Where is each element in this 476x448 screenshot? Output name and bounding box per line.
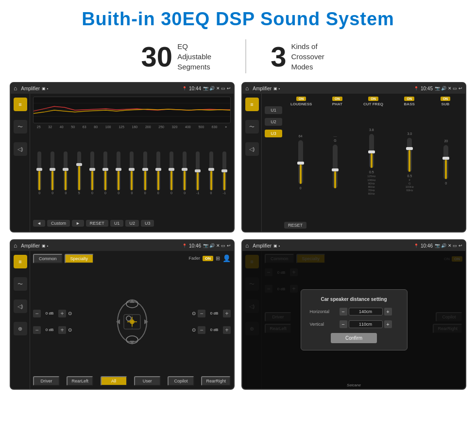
eq-side-btn-2[interactable]: ≡	[245, 98, 259, 111]
db-minus-fl[interactable]: −	[33, 310, 41, 317]
eq-reset-btn[interactable]: RESET	[86, 220, 108, 227]
rearright-btn[interactable]: RearRight	[201, 376, 231, 386]
eq-next-btn[interactable]: ►	[72, 220, 84, 227]
slider-7[interactable]: 0	[117, 151, 120, 195]
db-plus-fr[interactable]: +	[223, 310, 231, 317]
vertical-value[interactable]: 110cm	[349, 320, 383, 328]
db-minus-rl[interactable]: −	[33, 326, 41, 334]
slider-10[interactable]: 0	[156, 151, 160, 195]
slider-2[interactable]: 0	[51, 151, 54, 195]
page-title: Buith-in 30EQ DSP Sound System	[0, 0, 476, 34]
bt-side-btn-3[interactable]: ⊕	[14, 322, 27, 335]
screen2-title: Amplifier	[253, 86, 272, 91]
db-plus-rl[interactable]: +	[58, 326, 66, 334]
crossover-reset-btn[interactable]: RESET	[284, 222, 306, 229]
common-tab[interactable]: Common	[33, 254, 63, 264]
driver-btn[interactable]: Driver	[33, 376, 60, 386]
vertical-row: Vertical − 110cm +	[310, 320, 398, 328]
distance-dialog: Car speaker distance setting Horizontal …	[301, 289, 408, 350]
screens-grid: ⌂ Amplifier ▣ • 📍 10:44 📷 🔊 ✕ ▭ ↩ ≡ 〜 ◁)	[0, 82, 476, 395]
rearleft-btn[interactable]: RearLeft	[67, 376, 93, 386]
vertical-plus[interactable]: +	[384, 320, 392, 328]
phat-on[interactable]: ON	[332, 97, 342, 101]
slider-8[interactable]: 0	[130, 151, 134, 195]
slider-1[interactable]: 0	[37, 151, 41, 195]
loudness-slider[interactable]	[298, 140, 303, 184]
screen-distance: ⌂ Amplifier ▣ • 📍 10:46 📷 🔊 ✕ ▭ ↩ ≡ 〜 ◁)…	[241, 239, 466, 390]
slider-3[interactable]: 0	[64, 151, 68, 195]
eq-custom-btn[interactable]: Custom	[47, 220, 70, 227]
cutfreq-col: ON CUT FREQ	[356, 97, 390, 106]
u2-btn[interactable]: U2	[265, 118, 282, 126]
wave-side-btn-3[interactable]: 〜	[14, 277, 27, 291]
fader-on-toggle[interactable]: ON	[203, 256, 213, 261]
speaker-side-btn[interactable]: ◁)	[14, 142, 27, 156]
slider-11[interactable]: 0	[170, 151, 173, 195]
screen1-title: Amplifier	[21, 86, 40, 91]
bass-slider[interactable]	[407, 138, 412, 172]
wave-side-btn-2[interactable]: 〜	[245, 120, 259, 133]
home-icon-3[interactable]: ⌂	[14, 242, 17, 249]
status-icons-1: 📷 🔊 ✕ ▭ ↩	[203, 86, 231, 91]
speaker-side-btn-3[interactable]: ◁)	[14, 299, 27, 313]
slider-12[interactable]: 0	[183, 151, 187, 195]
eq-u1-btn[interactable]: U1	[110, 220, 124, 227]
eq-side-btn[interactable]: ≡	[14, 98, 27, 111]
horizontal-plus[interactable]: +	[384, 308, 392, 315]
confirm-button[interactable]: Confirm	[331, 333, 377, 343]
sub-on[interactable]: ON	[441, 97, 451, 101]
home-icon-2[interactable]: ⌂	[245, 85, 249, 92]
speaker-side-btn-2[interactable]: ◁)	[245, 142, 259, 156]
vertical-minus[interactable]: −	[340, 320, 347, 328]
status-bar-1: ⌂ Amplifier ▣ • 📍 10:44 📷 🔊 ✕ ▭ ↩	[11, 83, 234, 94]
slider-9[interactable]: 0	[143, 151, 147, 195]
cutfreq-on[interactable]: ON	[368, 97, 378, 101]
slider-13[interactable]: -1	[196, 151, 200, 195]
horizontal-value[interactable]: 140cm	[349, 308, 383, 315]
eq-u3-btn[interactable]: U3	[141, 220, 154, 227]
eq-side-btn-3[interactable]: ≡	[14, 255, 27, 268]
db-minus-rr[interactable]: −	[198, 326, 205, 334]
home-icon-4[interactable]: ⌂	[245, 242, 249, 249]
u1-btn[interactable]: U1	[265, 106, 282, 114]
horizontal-minus[interactable]: −	[340, 308, 347, 315]
status-bar-4: ⌂ Amplifier ▣ • 📍 10:46 📷 🔊 ✕ ▭ ↩	[242, 240, 465, 251]
profile-icon: 👤	[222, 254, 231, 262]
fader-label: Fader	[188, 256, 200, 261]
copilot-btn[interactable]: Copilot	[168, 376, 194, 386]
slider-4[interactable]: 5	[77, 151, 81, 195]
phat-slider[interactable]	[333, 145, 338, 188]
eq-area: 2532 4050 6380 100125 160200 250320 4005…	[30, 94, 234, 232]
u3-btn[interactable]: U3	[265, 130, 282, 137]
slider-5[interactable]: 0	[90, 151, 94, 195]
db-plus-rr[interactable]: +	[223, 326, 231, 334]
slider-14[interactable]: 0	[209, 151, 213, 195]
screen3-body: ≡ 〜 ◁) ⊕ Common Specialty Fader ON ⊞ 👤	[11, 251, 234, 389]
location-icon-3: 📍	[182, 244, 187, 248]
stat-eq-desc: EQ AdjustableSegments	[177, 41, 221, 72]
db-control-fl: − 0 dB + ⊙	[33, 310, 72, 317]
loudness-on[interactable]: ON	[296, 97, 306, 101]
vertical-label: Vertical	[310, 322, 337, 327]
user-btn[interactable]: User	[134, 376, 161, 386]
stat-crossover: 3 Kinds ofCrossover Modes	[246, 40, 359, 73]
db-plus-fl[interactable]: +	[58, 310, 66, 317]
all-btn[interactable]: All	[101, 376, 127, 386]
wave-side-btn[interactable]: 〜	[14, 120, 27, 133]
bottom-row-3: Driver RearLeft All User Copilot RearRig…	[33, 376, 231, 386]
sub-slider[interactable]	[443, 145, 448, 179]
db-val-rl: 0 dB	[43, 328, 56, 332]
home-icon-1[interactable]: ⌂	[14, 85, 17, 92]
slider-15[interactable]: -1	[222, 151, 226, 195]
slider-6[interactable]: 0	[103, 151, 107, 195]
status-icons-2: 📷 🔊 ✕ ▭ ↩	[435, 86, 462, 91]
record-icon-3: ▣ •	[42, 244, 48, 248]
db-control-rl: − 0 dB + ⊙	[33, 326, 72, 334]
eq-prev-btn[interactable]: ◄	[33, 220, 45, 227]
db-minus-fr[interactable]: −	[198, 310, 205, 317]
svg-marker-15	[130, 341, 135, 345]
eq-u2-btn[interactable]: U2	[125, 220, 139, 227]
cutfreq-slider[interactable]	[369, 134, 374, 168]
specialty-tab[interactable]: Specialty	[65, 254, 94, 264]
bass-on[interactable]: ON	[404, 97, 414, 101]
